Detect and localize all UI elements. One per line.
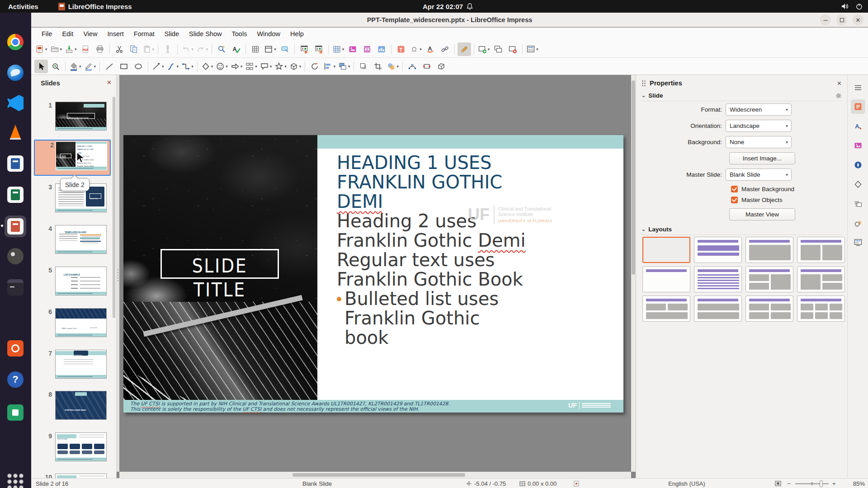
sidebar-tab-navigator[interactable]	[851, 158, 865, 172]
save-button[interactable]: ▾	[64, 42, 78, 56]
open-button[interactable]: ▾	[49, 42, 63, 56]
slide-layout-button[interactable]: ▾	[525, 42, 539, 56]
maximize-button[interactable]	[836, 14, 847, 25]
slide-title-textbox[interactable]: SLIDE TITLE	[160, 249, 279, 279]
fontwork-button[interactable]: A	[424, 42, 437, 56]
dock-item-impress[interactable]	[5, 216, 26, 237]
export-pdf-button[interactable]: PDF	[79, 42, 92, 56]
insert-line-button[interactable]	[103, 60, 116, 73]
flowchart-button[interactable]: ▾	[244, 60, 258, 73]
slide-thumbnail-4[interactable]: TEMPLATECOLORS	[55, 225, 107, 254]
zoom-level-status[interactable]: 85%	[845, 479, 865, 488]
show-draw-functions-button[interactable]	[458, 42, 471, 56]
print-button[interactable]	[93, 42, 107, 56]
connectors-button[interactable]: ▾	[180, 60, 194, 73]
window-title-bar[interactable]: PPT-Template_widescreen.pptx - LibreOffi…	[31, 13, 868, 27]
undo-button[interactable]: ▾	[180, 42, 194, 56]
properties-close-icon[interactable]: ✕	[837, 80, 842, 87]
slide-footer-band[interactable]: The UF CTSI is supported in part by NIH …	[123, 400, 623, 413]
slide-body-textbox[interactable]: HEADING 1 USESFRANKLIN GOTHICDEMIHeading…	[337, 153, 608, 347]
section-settings-gear-icon[interactable]	[835, 93, 842, 99]
fill-color-button[interactable]: ▾	[68, 60, 82, 73]
orientation-select[interactable]: Landscape	[726, 120, 792, 132]
callout-shapes-button[interactable]: ▾	[259, 60, 273, 73]
activities-button[interactable]: Activities	[8, 3, 38, 10]
slide-teal-bar[interactable]	[317, 135, 623, 149]
zoom-slider[interactable]	[795, 479, 829, 488]
slide-thumbnail-10[interactable]: TITLE OF SLIDE	[55, 474, 107, 478]
align-objects-button[interactable]: ▾	[322, 60, 336, 73]
special-character-button[interactable]: Ω▾	[409, 42, 423, 56]
glue-points-button[interactable]	[420, 60, 434, 73]
layout-option-blank[interactable]	[642, 237, 690, 263]
3d-objects-button[interactable]: ▾	[288, 60, 302, 73]
layout-option-content-over[interactable]	[694, 296, 742, 322]
system-status-area[interactable]	[841, 0, 863, 13]
zoom-in-button[interactable]: +	[832, 479, 836, 488]
language-status[interactable]: English (USA)	[651, 479, 723, 488]
redo-button[interactable]: ▾	[195, 42, 209, 56]
panel-splitter[interactable]	[117, 75, 119, 472]
master-view-button[interactable]: Master View	[729, 208, 795, 221]
layout-option-title-only[interactable]	[642, 266, 690, 292]
menu-item-help[interactable]: Help	[285, 28, 309, 41]
start-first-slide-button[interactable]	[297, 42, 311, 56]
vertical-scrollbar[interactable]	[631, 75, 636, 472]
panel-drag-handle-icon[interactable]	[642, 80, 646, 86]
rectangle-button[interactable]	[117, 60, 131, 73]
basic-shapes-button[interactable]: ▾	[200, 60, 214, 73]
shadow-button[interactable]	[357, 60, 370, 73]
master-objects-checkbox[interactable]	[731, 197, 738, 203]
display-grid-button[interactable]	[249, 42, 262, 56]
fit-slide-icon[interactable]	[775, 479, 781, 488]
topbar-app-indicator[interactable]: LibreOffice Impress	[58, 3, 132, 10]
slide-thumbnail-9[interactable]: TITLE OF SLIDE	[55, 432, 107, 461]
layout-option-2content-content[interactable]	[745, 266, 793, 292]
block-arrows-button[interactable]: ▾	[230, 60, 244, 73]
insert-textbox-button[interactable]: T	[394, 42, 408, 56]
dock-item-extensions[interactable]	[5, 402, 26, 423]
menu-item-slide-show[interactable]: Slide Show	[184, 28, 227, 41]
sidebar-tab-shapes[interactable]	[851, 177, 865, 192]
sidebar-tab-styles[interactable]: A	[851, 119, 865, 133]
sidebar-tab-slide-transition[interactable]	[851, 197, 865, 211]
toggle-extrusion-button[interactable]	[434, 60, 448, 73]
background-select[interactable]: None	[726, 136, 792, 148]
sidebar-tab-animation[interactable]	[851, 216, 865, 230]
symbol-shapes-button[interactable]: ▾	[215, 60, 229, 73]
dock-item-writer[interactable]	[5, 153, 26, 174]
menu-item-view[interactable]: View	[78, 28, 102, 41]
layout-option-title-sub[interactable]	[694, 237, 742, 263]
star-shapes-button[interactable]: ▾	[274, 60, 288, 73]
master-background-checkbox[interactable]	[731, 186, 738, 192]
crop-image-button[interactable]	[371, 60, 385, 73]
lines-arrows-button[interactable]: ▾	[151, 60, 165, 73]
dock-item-gimp[interactable]	[5, 245, 26, 267]
dock-item-thunderbird[interactable]	[5, 62, 26, 84]
zoom-pan-button[interactable]	[49, 60, 62, 73]
delete-slide-button[interactable]	[506, 42, 519, 56]
slide-thumbnail-5[interactable]: LIST EXAMPLE	[55, 267, 107, 296]
find-replace-button[interactable]	[215, 42, 228, 56]
duplicate-slide-button[interactable]	[491, 42, 505, 56]
sidebar-tab-master-slides[interactable]	[851, 235, 865, 250]
dock-item-code[interactable]	[5, 92, 26, 114]
slides-panel-scrollbar[interactable]	[113, 97, 115, 318]
copy-button[interactable]	[127, 42, 141, 56]
dock-item-calc[interactable]	[5, 184, 26, 206]
insert-comment-button[interactable]	[278, 42, 292, 56]
insert-media-button[interactable]	[360, 42, 374, 56]
dock-item-app-grid[interactable]	[5, 471, 26, 488]
sidebar-menu-icon[interactable]	[851, 80, 865, 95]
format-select[interactable]: Widescreen	[726, 103, 792, 116]
start-current-slide-button[interactable]	[312, 42, 326, 56]
sidebar-tab-properties[interactable]	[851, 99, 865, 114]
layout-option-title-2content[interactable]	[797, 237, 845, 263]
dock-item-terminal[interactable]	[5, 277, 26, 298]
slide-thumbnail-8[interactable]: STARTING A NEW IDEA?	[55, 391, 107, 420]
rotate-button[interactable]	[308, 60, 321, 73]
slide-thumbnail-1[interactable]: PRESENTATION TITLE	[55, 102, 107, 131]
dock-item-help[interactable]: ?	[5, 369, 26, 390]
menu-item-slide[interactable]: Slide	[160, 28, 184, 41]
spelling-button[interactable]: A	[229, 42, 243, 56]
